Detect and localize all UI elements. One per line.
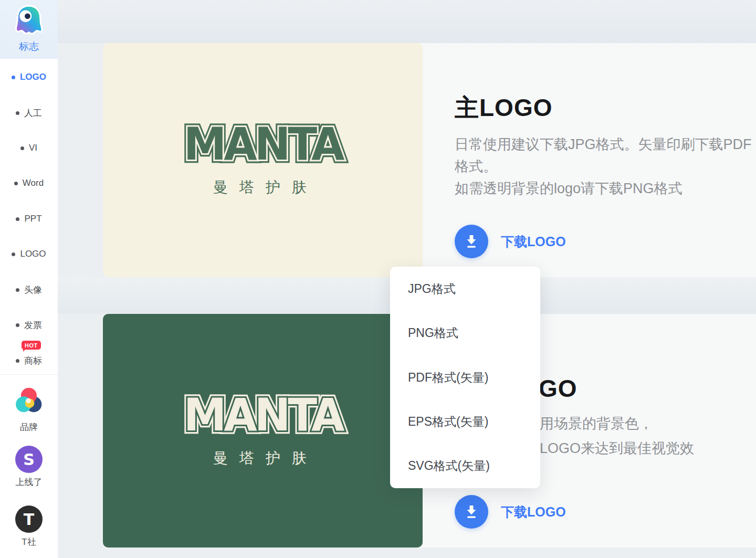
sidebar-item-logo2[interactable]: LOGO: [0, 248, 58, 260]
manta-wordmark: MANTA MANTA MANTA: [184, 122, 342, 166]
bullet-icon: [16, 288, 19, 292]
main-logo-description: 日常使用建议下载JPG格式。矢量印刷下载PDF格式。如需透明背景的logo请下载…: [455, 133, 752, 199]
dropdown-item-pdf[interactable]: PDF格式(矢量): [390, 355, 540, 399]
sidebar-item-vi[interactable]: VI: [0, 142, 58, 154]
app-name: 标志: [19, 40, 39, 54]
top-gap-band: [58, 0, 756, 43]
shortcut-tshe[interactable]: T T社: [0, 506, 58, 548]
brand-circles-icon: [14, 408, 44, 417]
hot-badge: HOT: [22, 341, 41, 350]
reversed-logo-preview: MANTA MANTA MANTA 曼塔护肤: [103, 314, 423, 548]
tshe-icon: T: [15, 506, 43, 533]
dropdown-item-eps[interactable]: EPS格式(矢量): [390, 399, 540, 444]
shortcut-label: T社: [0, 536, 58, 548]
dropdown-item-svg[interactable]: SVG格式(矢量): [390, 444, 540, 488]
bullet-icon: [16, 111, 19, 115]
bullet-icon: [12, 252, 15, 256]
manta-wordmark-reversed: MANTA MANTA MANTA: [184, 393, 342, 437]
download-main-logo-button[interactable]: 下载LOGO: [455, 225, 566, 258]
sidebar: 标志 LOGO 人工 VI Word PPT LOGO 头像 发票 HOT 商标: [0, 0, 58, 558]
manta-subtext: 曼塔护肤: [207, 177, 318, 197]
download-icon[interactable]: [455, 495, 488, 529]
sidebar-item-manual[interactable]: 人工: [0, 107, 58, 119]
bullet-icon: [14, 182, 18, 185]
shortcut-brand[interactable]: 品牌: [0, 386, 58, 433]
sidebar-item-trademark[interactable]: 商标: [0, 354, 58, 367]
shortcut-sxl[interactable]: S 上线了: [0, 446, 58, 488]
download-reversed-logo-button[interactable]: 下载LOGO: [455, 495, 566, 529]
sidebar-divider: [0, 374, 58, 375]
mascot-logo-icon[interactable]: [15, 4, 43, 38]
download-label[interactable]: 下载LOGO: [501, 233, 566, 250]
sxl-icon: S: [15, 446, 43, 473]
sidebar-item-ppt[interactable]: PPT: [0, 213, 58, 225]
sidebar-item-word[interactable]: Word: [0, 177, 58, 189]
main-logo-section: MANTA MANTA MANTA 曼塔护肤 主LOGO 日常使用建议下载JPG…: [103, 43, 756, 277]
bullet-icon: [20, 146, 24, 150]
bullet-icon: [16, 359, 19, 363]
download-label[interactable]: 下载LOGO: [501, 503, 566, 521]
shortcut-label: 上线了: [0, 476, 58, 488]
main-logo-preview: MANTA MANTA MANTA 曼塔护肤: [103, 43, 423, 277]
bullet-icon: [16, 323, 19, 327]
manta-subtext-reversed: 曼塔护肤: [207, 448, 318, 468]
sidebar-item-logo[interactable]: LOGO: [0, 71, 58, 83]
sidebar-item-invoice[interactable]: 发票: [0, 319, 58, 331]
bullet-icon: [12, 76, 15, 79]
shortcut-label: 品牌: [0, 421, 58, 433]
dropdown-item-png[interactable]: PNG格式: [390, 311, 540, 355]
main-logo-title: 主LOGO: [455, 92, 552, 124]
dropdown-item-jpg[interactable]: JPG格式: [390, 267, 540, 311]
download-icon[interactable]: [455, 225, 488, 258]
sidebar-item-avatar[interactable]: 头像: [0, 283, 58, 296]
app-header[interactable]: 标志: [0, 0, 58, 59]
bullet-icon: [16, 217, 19, 221]
format-dropdown-menu: JPG格式 PNG格式 PDF格式(矢量) EPS格式(矢量) SVG格式(矢量…: [390, 267, 540, 488]
